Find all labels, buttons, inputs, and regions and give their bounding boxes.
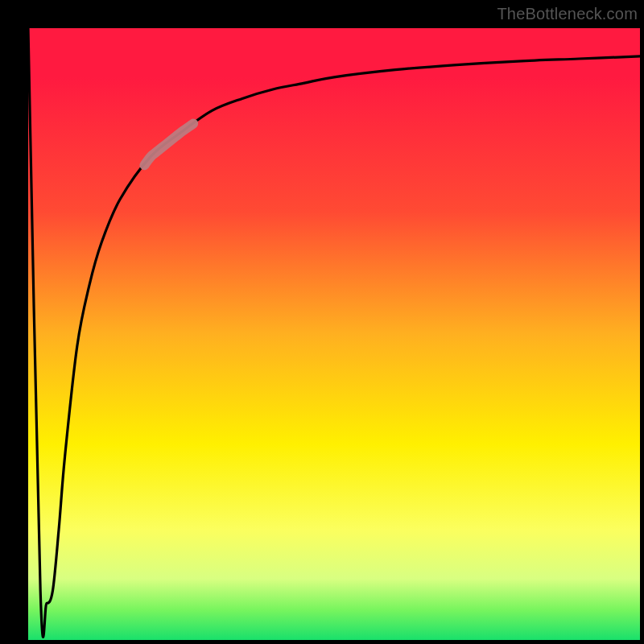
plot-area	[28, 28, 640, 640]
curve-svg	[28, 28, 640, 640]
curve-path	[28, 28, 640, 637]
curve-highlight	[144, 124, 193, 166]
watermark-text: TheBottleneck.com	[497, 5, 638, 23]
chart-container: TheBottleneck.com	[0, 0, 644, 644]
